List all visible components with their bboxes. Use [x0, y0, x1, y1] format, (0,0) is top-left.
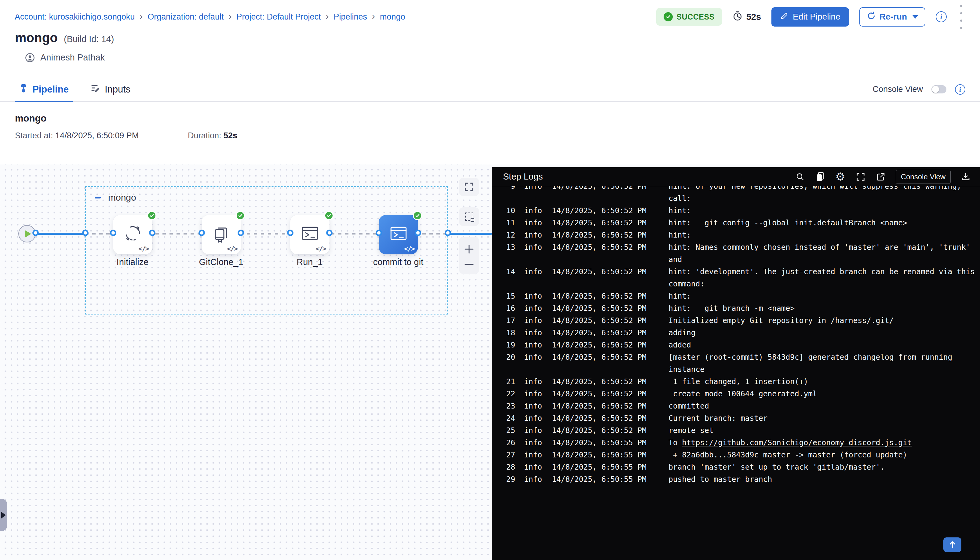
log-line-number: 10	[492, 205, 515, 217]
edit-pipeline-label: Edit Pipeline	[793, 12, 840, 22]
pipeline-canvas[interactable]: mongo </>Initialize </>GitClone_1	[0, 164, 492, 560]
fit-to-screen-button[interactable]	[459, 178, 479, 196]
breadcrumb-link[interactable]: Pipelines	[334, 12, 367, 22]
log-line-number: 20	[492, 351, 515, 363]
chevron-down-icon	[913, 15, 918, 18]
console-view-info-icon[interactable]: i	[955, 84, 965, 95]
expand-arrow-icon	[1, 512, 6, 518]
log-message: hint:	[668, 229, 979, 241]
log-timestamp: 14/8/2025, 6:50:52 PM	[552, 186, 647, 192]
breadcrumb-link[interactable]: Account: kurosakiichigo.songoku	[15, 12, 135, 22]
log-row: 16info14/8/2025, 6:50:52 PMhint: git bra…	[492, 302, 980, 315]
connector-port	[32, 230, 39, 236]
log-timestamp: 14/8/2025, 6:50:55 PM	[552, 473, 647, 485]
log-line-number: 14	[492, 266, 515, 278]
log-message: hint: 'development'. The just-created br…	[668, 266, 979, 290]
log-line-number: 28	[492, 461, 515, 473]
tab-inputs[interactable]: Inputs	[87, 77, 135, 102]
log-level: info	[524, 425, 543, 437]
log-message: + 82a6dbb...5843d9c master -> master (fo…	[668, 449, 979, 461]
stage-exit-port	[445, 230, 451, 236]
expand-panel-handle[interactable]	[0, 499, 7, 531]
log-level: info	[524, 241, 543, 253]
terminal-icon	[300, 223, 320, 244]
log-level: info	[524, 351, 543, 363]
log-row: 11info14/8/2025, 6:50:52 PMhint: git con…	[492, 217, 980, 229]
rerun-button[interactable]: Re-run	[859, 7, 925, 27]
log-timestamp: 14/8/2025, 6:50:55 PM	[552, 437, 647, 449]
step-node-label: Run_1	[264, 257, 355, 267]
duration-chip: 52s	[732, 11, 761, 23]
zoom-in-button[interactable]	[464, 244, 474, 254]
log-message: hint: of your new repositories, which wi…	[668, 186, 979, 205]
rerun-label: Re-run	[880, 12, 907, 22]
log-row: 20info14/8/2025, 6:50:52 PM[master (root…	[492, 351, 980, 375]
step-port	[287, 230, 293, 236]
scroll-to-top-button[interactable]	[943, 537, 962, 552]
console-view-toggle[interactable]	[932, 85, 947, 93]
step-node-commit-to-git[interactable]: </>	[379, 215, 418, 254]
edit-pipeline-button[interactable]: Edit Pipeline	[772, 7, 849, 27]
breadcrumb-separator: ›	[140, 11, 143, 22]
log-scroll-area[interactable]: 9info14/8/2025, 6:50:52 PMhint: of your …	[492, 186, 980, 560]
console-view-button[interactable]: Console View	[896, 170, 951, 184]
zoom-out-button[interactable]	[464, 262, 474, 267]
terminal-icon	[389, 223, 408, 244]
open-in-new-icon[interactable]	[875, 172, 886, 182]
log-line-number: 29	[492, 473, 515, 485]
log-line-number: 23	[492, 400, 515, 412]
log-line-number: 18	[492, 327, 515, 339]
sync-icon	[123, 223, 143, 244]
log-line-number: 21	[492, 375, 515, 388]
rerun-icon	[867, 11, 876, 23]
top-actions: SUCCESS 52s Edit Pipeline	[656, 3, 965, 31]
log-row: 14info14/8/2025, 6:50:52 PMhint: 'develo…	[492, 266, 980, 290]
step-port	[238, 230, 244, 236]
log-row: 25info14/8/2025, 6:50:52 PMremote set	[492, 425, 980, 437]
breadcrumb-link[interactable]: Organization: default	[148, 12, 223, 22]
step-node-run_1[interactable]: </>	[290, 215, 330, 254]
log-message: To https://github.com/Sonichigo/economy-…	[668, 437, 979, 449]
log-message: hint: git branch -m <name>	[668, 302, 979, 315]
breadcrumb-link[interactable]: mongo	[380, 12, 405, 22]
search-logs-icon[interactable]	[795, 172, 805, 182]
log-timestamp: 14/8/2025, 6:50:52 PM	[552, 400, 647, 412]
log-line-number: 17	[492, 315, 515, 327]
log-message: Current branch: master	[668, 412, 979, 425]
tab-pipeline[interactable]: Pipeline	[15, 77, 73, 102]
log-settings-icon[interactable]: ⚙	[835, 172, 846, 182]
step-node-gitclone_1[interactable]: </>	[202, 215, 241, 254]
pencil-icon	[780, 12, 788, 22]
collapse-stage-icon[interactable]	[94, 194, 102, 201]
log-message: hint: Names commonly chosen instead of '…	[668, 241, 979, 266]
log-timestamp: 14/8/2025, 6:50:55 PM	[552, 449, 647, 461]
log-level: info	[524, 327, 543, 339]
edge-end	[448, 233, 492, 235]
page-title: mongo	[15, 30, 58, 45]
copy-logs-icon[interactable]	[815, 172, 825, 182]
log-level: info	[524, 229, 543, 241]
breadcrumb-link[interactable]: Project: Default Project	[237, 12, 321, 22]
log-line-number: 27	[492, 449, 515, 461]
log-row: 21info14/8/2025, 6:50:52 PM 1 file chang…	[492, 375, 980, 388]
log-line-number: 24	[492, 412, 515, 425]
log-link[interactable]: https://github.com/Sonichigo/economy-dis…	[682, 438, 912, 447]
step-node-initialize[interactable]: </>	[113, 215, 152, 254]
author-guide-line	[18, 51, 18, 70]
log-row: 10info14/8/2025, 6:50:52 PMhint:	[492, 205, 980, 217]
log-level: info	[524, 290, 543, 302]
clone-icon	[212, 223, 231, 244]
success-check-icon	[663, 12, 673, 22]
execution-info-icon[interactable]: i	[936, 11, 947, 22]
more-options-menu[interactable]	[957, 3, 965, 31]
author-name: Animesh Pathak	[40, 53, 105, 63]
console-view-label: Console View	[873, 85, 923, 94]
build-id: (Build Id: 14)	[64, 34, 114, 44]
step-success-icon	[147, 211, 157, 220]
log-row: 19info14/8/2025, 6:50:52 PMadded	[492, 339, 980, 351]
selection-mode-button[interactable]	[459, 207, 479, 226]
step-success-icon	[236, 211, 245, 220]
log-level: info	[524, 388, 543, 400]
download-logs-icon[interactable]	[960, 172, 971, 182]
fullscreen-logs-icon[interactable]	[855, 172, 866, 182]
